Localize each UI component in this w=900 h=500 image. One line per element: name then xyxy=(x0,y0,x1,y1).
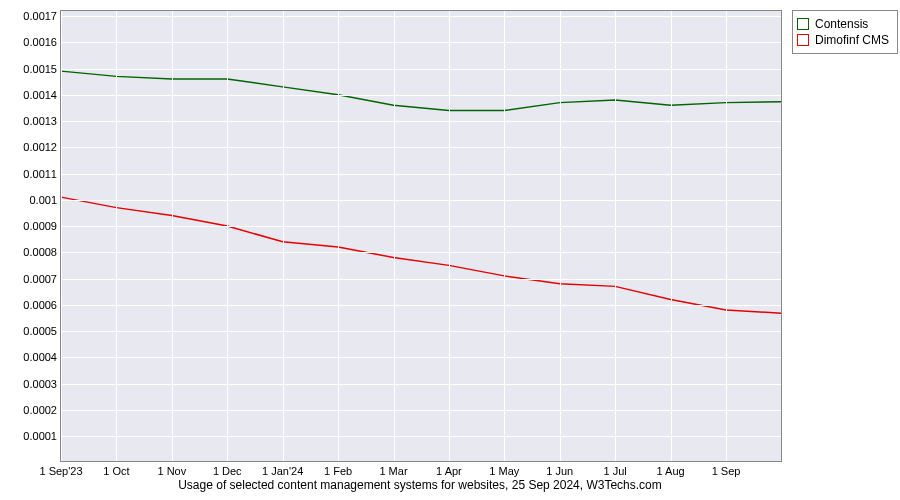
gridline-vertical xyxy=(227,11,228,461)
x-tick-label: 1 Sep'23 xyxy=(39,461,82,477)
y-tick-label: 0.0009 xyxy=(23,220,61,232)
gridline-horizontal xyxy=(61,69,781,70)
gridline-horizontal xyxy=(61,384,781,385)
gridline-vertical xyxy=(172,11,173,461)
legend-item: Dimofinf CMS xyxy=(797,33,889,47)
x-tick-label: 1 Feb xyxy=(324,461,352,477)
chart-lines xyxy=(61,11,781,461)
gridline-horizontal xyxy=(61,410,781,411)
y-tick-label: 0.0011 xyxy=(23,168,61,180)
gridline-vertical xyxy=(116,11,117,461)
x-tick-label: 1 Jul xyxy=(604,461,627,477)
y-tick-label: 0.001 xyxy=(29,194,61,206)
y-tick-label: 0.0015 xyxy=(23,63,61,75)
y-tick-label: 0.0017 xyxy=(23,10,61,22)
legend-label: Dimofinf CMS xyxy=(815,33,889,47)
gridline-horizontal xyxy=(61,226,781,227)
x-tick-label: 1 Jan'24 xyxy=(262,461,303,477)
y-tick-label: 0.0008 xyxy=(23,246,61,258)
gridline-horizontal xyxy=(61,174,781,175)
gridline-vertical xyxy=(449,11,450,461)
gridline-vertical xyxy=(61,11,62,461)
chart-legend: ContensisDimofinf CMS xyxy=(792,10,898,54)
legend-swatch-icon xyxy=(797,34,809,46)
gridline-vertical xyxy=(560,11,561,461)
gridline-horizontal xyxy=(61,200,781,201)
y-tick-label: 0.0002 xyxy=(23,404,61,416)
gridline-horizontal xyxy=(61,305,781,306)
x-tick-label: 1 Sep xyxy=(712,461,741,477)
x-tick-label: 1 Oct xyxy=(103,461,129,477)
y-tick-label: 0.0014 xyxy=(23,89,61,101)
x-tick-label: 1 Dec xyxy=(213,461,242,477)
chart-caption: Usage of selected content management sys… xyxy=(60,478,780,492)
x-tick-label: 1 Aug xyxy=(657,461,685,477)
x-tick-label: 1 Apr xyxy=(436,461,462,477)
x-tick-label: 1 May xyxy=(489,461,519,477)
x-tick-label: 1 Nov xyxy=(157,461,186,477)
series-line xyxy=(61,197,781,313)
y-tick-label: 0.0001 xyxy=(23,430,61,442)
gridline-horizontal xyxy=(61,16,781,17)
gridline-horizontal xyxy=(61,279,781,280)
gridline-horizontal xyxy=(61,252,781,253)
y-tick-label: 0.0005 xyxy=(23,325,61,337)
gridline-vertical xyxy=(504,11,505,461)
gridline-vertical xyxy=(283,11,284,461)
gridline-horizontal xyxy=(61,42,781,43)
gridline-vertical xyxy=(394,11,395,461)
gridline-vertical xyxy=(726,11,727,461)
legend-label: Contensis xyxy=(815,17,868,31)
legend-swatch-icon xyxy=(797,18,809,30)
gridline-horizontal xyxy=(61,95,781,96)
gridline-horizontal xyxy=(61,331,781,332)
chart-plot-area: 0.00010.00020.00030.00040.00050.00060.00… xyxy=(60,10,782,462)
y-tick-label: 0.0003 xyxy=(23,378,61,390)
y-tick-label: 0.0004 xyxy=(23,351,61,363)
y-tick-label: 0.0007 xyxy=(23,273,61,285)
gridline-horizontal xyxy=(61,121,781,122)
x-tick-label: 1 Jun xyxy=(546,461,573,477)
gridline-horizontal xyxy=(61,436,781,437)
gridline-vertical xyxy=(338,11,339,461)
series-line xyxy=(61,71,781,110)
legend-item: Contensis xyxy=(797,17,889,31)
gridline-vertical xyxy=(671,11,672,461)
gridline-vertical xyxy=(615,11,616,461)
y-tick-label: 0.0016 xyxy=(23,36,61,48)
x-tick-label: 1 Mar xyxy=(379,461,407,477)
y-tick-label: 0.0012 xyxy=(23,141,61,153)
gridline-horizontal xyxy=(61,357,781,358)
gridline-horizontal xyxy=(61,147,781,148)
y-tick-label: 0.0006 xyxy=(23,299,61,311)
y-tick-label: 0.0013 xyxy=(23,115,61,127)
